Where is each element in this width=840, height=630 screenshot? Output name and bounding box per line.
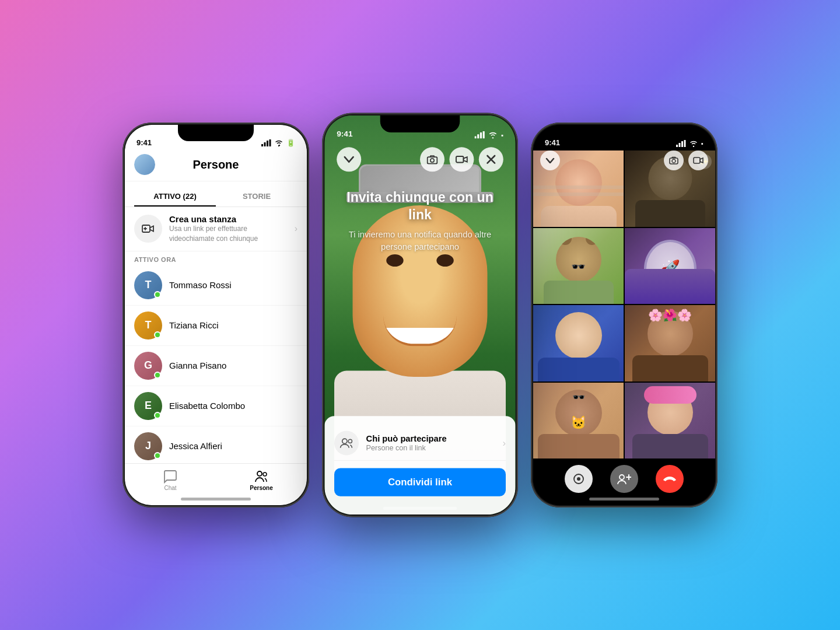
camera-btn-3[interactable] bbox=[664, 150, 684, 170]
phone-2: 9:41 ▪️ bbox=[322, 113, 518, 517]
tabs-bar: ATTIVO (22) STORIE bbox=[125, 181, 307, 207]
share-link-button[interactable]: Condividi link bbox=[334, 468, 506, 496]
svg-point-32 bbox=[620, 475, 624, 480]
video-grid: ✨ 🕶️ bbox=[533, 150, 715, 459]
chevron-down-icon bbox=[344, 156, 355, 163]
phone-1: 9:41 bbox=[123, 123, 309, 508]
people-icon-2 bbox=[340, 438, 353, 449]
camera-icon bbox=[427, 155, 438, 164]
video-plus-icon bbox=[142, 222, 155, 235]
wifi-icon-1 bbox=[274, 139, 284, 146]
status-icons-2: ▪️ bbox=[475, 131, 503, 139]
add-people-icon bbox=[617, 473, 631, 485]
create-room-text: Crea una stanza Usa un link per effettua… bbox=[169, 214, 288, 244]
svg-point-20 bbox=[342, 439, 347, 443]
phone-3: 9:41 ▪️ bbox=[531, 123, 718, 508]
svg-point-16 bbox=[430, 159, 434, 162]
video-btn[interactable] bbox=[449, 147, 474, 172]
close-btn[interactable] bbox=[479, 147, 503, 172]
camera-toggle-btn[interactable] bbox=[565, 465, 593, 493]
status-icons-3: ▪️ bbox=[676, 140, 704, 147]
status-icons-1: 🔋 bbox=[261, 139, 295, 147]
avatar: T bbox=[134, 271, 162, 299]
status-time-1: 9:41 bbox=[136, 138, 152, 147]
camera-flip-btn[interactable] bbox=[420, 147, 444, 172]
battery-icon-1: 🔋 bbox=[286, 139, 295, 147]
contact-name: Jessica Alfieri bbox=[169, 441, 222, 451]
home-indicator-2 bbox=[383, 507, 457, 510]
battery-icon-3: ▪️ bbox=[701, 140, 704, 147]
user-avatar[interactable] bbox=[134, 154, 155, 175]
nav-chat-label: Chat bbox=[164, 485, 176, 491]
nav-persone-label: Persone bbox=[250, 485, 272, 491]
video-btn-3[interactable] bbox=[688, 150, 708, 170]
contact-name: Tiziana Ricci bbox=[169, 320, 218, 330]
contact-list: T Tommaso Rossi T Tiziana Ricci bbox=[125, 265, 307, 463]
phone2-screen: 9:41 ▪️ bbox=[324, 116, 516, 515]
svg-point-28 bbox=[672, 159, 676, 163]
notch-3 bbox=[586, 125, 662, 141]
end-call-icon bbox=[662, 473, 677, 485]
svg-rect-11 bbox=[477, 134, 479, 138]
invite-title: Invita chiunque con un link bbox=[337, 189, 503, 224]
avatar: T bbox=[134, 312, 162, 340]
signal-icon-1 bbox=[261, 139, 271, 146]
svg-rect-17 bbox=[456, 156, 464, 163]
video-icon bbox=[456, 155, 468, 164]
svg-point-8 bbox=[257, 471, 262, 476]
grid-cell-8 bbox=[625, 383, 715, 459]
group-icon bbox=[334, 430, 359, 455]
grid-cell-3: 🕶️ bbox=[533, 228, 624, 304]
p3-right-controls bbox=[664, 150, 708, 170]
home-indicator-1 bbox=[181, 498, 251, 501]
camera-icon-3 bbox=[669, 156, 678, 164]
svg-point-14 bbox=[492, 137, 494, 138]
phone1-screen: 9:41 bbox=[125, 125, 307, 505]
contact-name: Elisabetta Colombo bbox=[169, 401, 245, 411]
notch-1 bbox=[178, 125, 254, 141]
svg-rect-24 bbox=[681, 141, 683, 147]
add-people-btn[interactable] bbox=[610, 465, 638, 493]
svg-rect-15 bbox=[428, 157, 438, 164]
nav-persone[interactable]: Persone bbox=[216, 467, 307, 494]
close-icon bbox=[486, 155, 496, 164]
list-item[interactable]: J Jessica Alfieri bbox=[125, 426, 307, 463]
nav-chat[interactable]: Chat bbox=[125, 467, 216, 494]
svg-point-26 bbox=[693, 146, 694, 147]
chevron-right-icon: › bbox=[295, 223, 298, 234]
avatar: J bbox=[134, 432, 162, 460]
svg-rect-0 bbox=[261, 144, 263, 146]
svg-point-9 bbox=[263, 473, 267, 476]
who-sub: Persone con il link bbox=[366, 444, 495, 453]
list-item[interactable]: E Elisabetta Colombo bbox=[125, 386, 307, 426]
end-call-btn[interactable] bbox=[656, 465, 684, 493]
tab-storie[interactable]: STORIE bbox=[216, 187, 298, 206]
svg-rect-25 bbox=[684, 140, 686, 147]
create-room-icon bbox=[134, 215, 162, 243]
svg-rect-1 bbox=[264, 142, 266, 146]
svg-rect-3 bbox=[270, 139, 271, 146]
chevron-down-btn-3[interactable] bbox=[540, 150, 560, 170]
grid-cell-6: 🌸🌺🌸 bbox=[625, 305, 715, 382]
grid-cell-7: 🐱 🕶️ bbox=[533, 383, 624, 459]
list-item[interactable]: T Tommaso Rossi bbox=[125, 265, 307, 306]
invite-subtitle: Ti invieremo una notifica quando altre p… bbox=[337, 229, 503, 253]
signal-icon-2 bbox=[475, 131, 485, 139]
grid-cell-4: 🚀 bbox=[625, 228, 715, 304]
chevron-down-icon-3 bbox=[545, 158, 555, 163]
video-icon-3 bbox=[693, 157, 704, 164]
create-room-item[interactable]: Crea una stanza Usa un link per effettua… bbox=[125, 207, 307, 251]
right-controls bbox=[420, 147, 503, 172]
svg-point-31 bbox=[577, 477, 580, 481]
phone3-screen: 9:41 ▪️ bbox=[533, 125, 715, 505]
chevron-down-btn[interactable] bbox=[337, 147, 361, 172]
svg-rect-12 bbox=[480, 132, 482, 139]
phone3-header bbox=[533, 150, 715, 170]
list-item[interactable]: T Tiziana Ricci bbox=[125, 306, 307, 346]
people-icon bbox=[254, 470, 268, 484]
svg-rect-23 bbox=[679, 143, 681, 147]
svg-rect-13 bbox=[483, 131, 485, 139]
tab-attivo[interactable]: ATTIVO (22) bbox=[134, 187, 216, 206]
who-row[interactable]: Chi può partecipare Persone con il link … bbox=[334, 426, 506, 461]
list-item[interactable]: G Gianna Pisano bbox=[125, 346, 307, 386]
